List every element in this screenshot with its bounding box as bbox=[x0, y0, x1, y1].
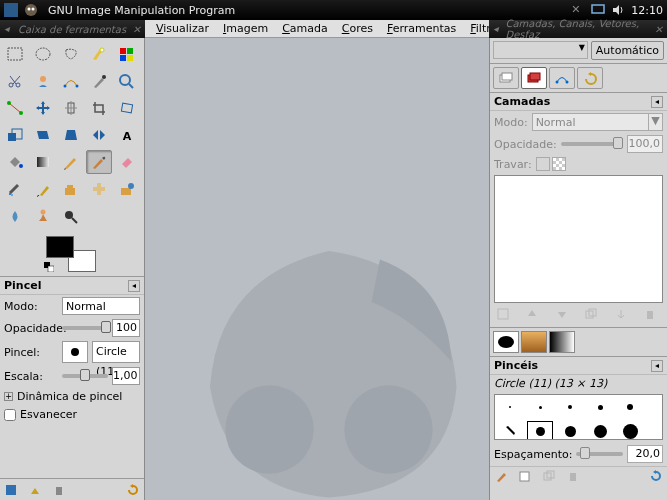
lock-pixels-checkbox[interactable] bbox=[536, 157, 550, 171]
scale-slider[interactable] bbox=[62, 374, 108, 378]
channels-dock-icon[interactable] bbox=[521, 67, 547, 89]
spacing-slider[interactable] bbox=[576, 452, 623, 456]
airbrush-tool[interactable] bbox=[2, 177, 28, 201]
paths-dock-icon[interactable] bbox=[549, 67, 575, 89]
blend-tool[interactable] bbox=[30, 150, 56, 174]
rotate-tool[interactable] bbox=[114, 96, 140, 120]
panel-menu-icon[interactable]: ◂ bbox=[651, 360, 663, 372]
volume-tray-icon[interactable] bbox=[611, 3, 625, 17]
default-colors-icon[interactable] bbox=[44, 262, 54, 272]
brush-grid[interactable] bbox=[494, 394, 663, 440]
foreground-color[interactable] bbox=[46, 236, 74, 258]
brushes-dock-icon[interactable] bbox=[493, 331, 519, 353]
canvas-area[interactable] bbox=[145, 38, 489, 500]
brush-preview[interactable] bbox=[62, 341, 88, 363]
window-title: GNU Image Manipulation Program bbox=[48, 4, 571, 17]
lower-layer-icon[interactable] bbox=[555, 307, 573, 325]
system-taskbar: GNU Image Manipulation Program ✕ 12:10 bbox=[0, 0, 667, 20]
image-select[interactable]: ▼ bbox=[493, 41, 588, 59]
measure-tool[interactable] bbox=[2, 96, 28, 120]
delete-options-icon[interactable] bbox=[52, 483, 66, 497]
svg-point-7 bbox=[100, 48, 104, 52]
reset-options-icon[interactable] bbox=[126, 483, 140, 497]
auto-button[interactable]: Automático bbox=[591, 41, 664, 60]
menu-visualizar[interactable]: Visualizar bbox=[150, 20, 215, 37]
svg-rect-53 bbox=[647, 311, 653, 319]
duplicate-layer-icon[interactable] bbox=[584, 307, 602, 325]
edit-brush-icon[interactable] bbox=[494, 469, 508, 483]
close-dock-icon[interactable]: ✕ bbox=[133, 24, 141, 35]
layer-mode-select[interactable]: Normal▼ bbox=[532, 113, 663, 131]
menu-ferramentas[interactable]: Ferramentas bbox=[381, 20, 462, 37]
spacing-value[interactable]: 20,0 bbox=[627, 445, 663, 463]
flip-tool[interactable] bbox=[86, 123, 112, 147]
brush-name-field[interactable]: Circle (11) bbox=[92, 341, 140, 363]
menu-camada[interactable]: Camada bbox=[276, 20, 334, 37]
display-tray-icon[interactable] bbox=[591, 3, 605, 17]
crop-tool[interactable] bbox=[86, 96, 112, 120]
new-brush-icon[interactable] bbox=[518, 469, 532, 483]
layer-list[interactable] bbox=[494, 175, 663, 303]
bucket-fill-tool[interactable] bbox=[2, 150, 28, 174]
foreground-select-tool[interactable] bbox=[30, 69, 56, 93]
fuzzy-select-tool[interactable] bbox=[86, 42, 112, 66]
blur-tool[interactable] bbox=[2, 204, 28, 228]
layers-dock-icon[interactable] bbox=[493, 67, 519, 89]
dock-menu-icon[interactable]: ◂ bbox=[4, 23, 16, 35]
gradients-dock-icon[interactable] bbox=[549, 331, 575, 353]
smudge-tool[interactable] bbox=[30, 204, 56, 228]
scale-value[interactable]: 1,00 bbox=[112, 367, 140, 385]
new-layer-icon[interactable] bbox=[496, 307, 514, 325]
perspective-tool[interactable] bbox=[58, 123, 84, 147]
paths-tool[interactable] bbox=[58, 69, 84, 93]
scissors-tool[interactable] bbox=[2, 69, 28, 93]
color-picker-tool[interactable] bbox=[86, 69, 112, 93]
raise-layer-icon[interactable] bbox=[525, 307, 543, 325]
heal-tool[interactable] bbox=[86, 177, 112, 201]
shear-tool[interactable] bbox=[30, 123, 56, 147]
layer-opacity-value[interactable]: 100,0 bbox=[627, 135, 663, 153]
clone-tool[interactable] bbox=[58, 177, 84, 201]
color-select-tool[interactable] bbox=[114, 42, 140, 66]
eraser-tool[interactable] bbox=[114, 150, 140, 174]
ellipse-select-tool[interactable] bbox=[30, 42, 56, 66]
undo-dock-icon[interactable] bbox=[577, 67, 603, 89]
opacity-value[interactable]: 100 bbox=[112, 319, 140, 337]
rect-select-tool[interactable] bbox=[2, 42, 28, 66]
patterns-dock-icon[interactable] bbox=[521, 331, 547, 353]
app-menu-icon[interactable] bbox=[4, 3, 18, 17]
layer-mode-label: Modo: bbox=[494, 116, 528, 129]
pencil-tool[interactable] bbox=[58, 150, 84, 174]
brush-dynamics-expander[interactable]: + Dinâmica de pincel bbox=[0, 387, 144, 406]
menu-imagem[interactable]: Imagem bbox=[217, 20, 274, 37]
panel-menu-icon[interactable]: ◂ bbox=[128, 280, 140, 292]
move-tool[interactable] bbox=[30, 96, 56, 120]
free-select-tool[interactable] bbox=[58, 42, 84, 66]
menu-cores[interactable]: Cores bbox=[336, 20, 379, 37]
layer-opacity-slider[interactable] bbox=[561, 142, 623, 146]
text-tool[interactable]: A bbox=[114, 123, 140, 147]
zoom-tool[interactable] bbox=[114, 69, 140, 93]
mode-select[interactable]: Normal bbox=[62, 297, 140, 315]
fade-checkbox[interactable] bbox=[4, 409, 16, 421]
align-tool[interactable] bbox=[58, 96, 84, 120]
scale-tool[interactable] bbox=[2, 123, 28, 147]
dock-menu-icon[interactable]: ◂ bbox=[493, 23, 503, 35]
anchor-layer-icon[interactable] bbox=[614, 307, 632, 325]
gimp-icon[interactable] bbox=[24, 3, 38, 17]
dodge-burn-tool[interactable] bbox=[58, 204, 84, 228]
delete-brush-icon[interactable] bbox=[566, 469, 580, 483]
paintbrush-tool[interactable] bbox=[86, 150, 112, 174]
close-dock-icon[interactable]: ✕ bbox=[655, 24, 663, 35]
opacity-slider[interactable] bbox=[62, 326, 108, 330]
save-options-icon[interactable] bbox=[4, 483, 18, 497]
window-close-icon[interactable]: ✕ bbox=[571, 3, 585, 17]
refresh-brushes-icon[interactable] bbox=[649, 469, 663, 483]
panel-menu-icon[interactable]: ◂ bbox=[651, 96, 663, 108]
delete-layer-icon[interactable] bbox=[643, 307, 661, 325]
ink-tool[interactable] bbox=[30, 177, 56, 201]
restore-options-icon[interactable] bbox=[28, 483, 42, 497]
perspective-clone-tool[interactable] bbox=[114, 177, 140, 201]
duplicate-brush-icon[interactable] bbox=[542, 469, 556, 483]
lock-alpha-checkbox[interactable] bbox=[552, 157, 566, 171]
